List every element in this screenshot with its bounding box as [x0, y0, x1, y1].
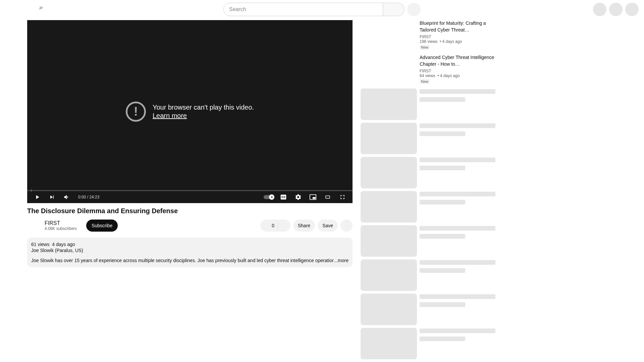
skeleton-lines	[420, 225, 495, 257]
search-box	[223, 3, 405, 16]
fullscreen-button[interactable]	[336, 191, 348, 203]
related-age: 4 days ago	[436, 73, 460, 78]
related-skeleton	[361, 225, 495, 257]
learn-more-link[interactable]: Learn more	[153, 112, 254, 120]
skeleton-lines	[420, 328, 495, 359]
video-meta-row: FIRST 4.06K subscribers Subscribe 0 Shar…	[27, 219, 353, 232]
related-sidebar: Blueprint for Maturity: Crafting a Tailo…	[361, 20, 495, 362]
description-meta: 61 views 4 days ago	[31, 242, 348, 247]
skeleton-line	[420, 337, 465, 341]
volume-button[interactable]	[61, 191, 73, 203]
related-thumbnail[interactable]	[361, 54, 417, 86]
header-left: JP	[5, 9, 72, 10]
skeleton-line	[420, 131, 465, 136]
duration: 24:23	[89, 195, 99, 199]
related-skeleton	[361, 88, 495, 120]
play-button[interactable]	[31, 191, 43, 203]
video-player[interactable]: ! Your browser can't play this video. Le…	[27, 20, 353, 203]
related-title[interactable]: Blueprint for Maturity: Crafting a Tailo…	[420, 20, 495, 33]
account-avatar[interactable]	[625, 3, 639, 16]
skeleton-line	[420, 234, 465, 239]
skeleton-line	[420, 226, 495, 231]
skeleton-line	[420, 192, 495, 196]
show-more-button[interactable]: ...more	[334, 258, 348, 263]
theater-icon	[324, 194, 332, 200]
current-time: 0:00	[78, 195, 86, 199]
skeleton-lines	[420, 259, 495, 291]
video-actions: 0 Share Save	[260, 220, 353, 232]
like-dislike-button[interactable]: 0	[260, 220, 290, 232]
channel-avatar[interactable]	[27, 219, 41, 232]
skeleton-thumb	[361, 157, 417, 188]
new-badge: New	[420, 79, 430, 84]
gear-icon	[295, 194, 302, 200]
share-button[interactable]: Share	[293, 220, 315, 232]
theater-button[interactable]	[322, 191, 334, 203]
skeleton-line	[420, 260, 495, 265]
related-video-item[interactable]: Advanced Cyber Threat Intelligence Chapt…	[361, 54, 495, 86]
related-views: 196 views	[420, 39, 437, 44]
related-info: Advanced Cyber Threat Intelligence Chapt…	[420, 54, 495, 86]
related-age: 4 days ago	[439, 39, 462, 44]
save-label: Save	[322, 223, 333, 228]
related-thumbnail[interactable]	[361, 20, 417, 52]
description-body-row: Joe Slowik has over 15 years of experien…	[31, 258, 348, 263]
create-button[interactable]	[593, 3, 606, 16]
header-center	[201, 3, 443, 16]
related-skeleton	[361, 191, 495, 223]
share-label: Share	[298, 223, 310, 228]
header-right	[572, 3, 639, 16]
skeleton-line	[420, 294, 495, 299]
miniplayer-icon	[309, 193, 317, 201]
channel-info: FIRST 4.06K subscribers Subscribe	[27, 219, 118, 232]
content-area: ! Your browser can't play this video. Le…	[0, 19, 644, 362]
like-count: 0	[272, 223, 274, 228]
description-author: Joe Slowik (Paralus, US)	[31, 248, 348, 253]
more-actions-button[interactable]	[340, 220, 353, 232]
related-skeleton	[361, 259, 495, 291]
error-icon: !	[126, 102, 146, 122]
skeleton-lines	[420, 123, 495, 154]
related-info: Blueprint for Maturity: Crafting a Tailo…	[420, 20, 495, 52]
skeleton-line	[420, 302, 465, 307]
skeleton-line	[420, 89, 495, 94]
skeleton-thumb	[361, 123, 417, 154]
skeleton-lines	[420, 88, 495, 120]
miniplayer-button[interactable]	[307, 191, 319, 203]
country-code: JP	[39, 6, 43, 10]
skeleton-lines	[420, 294, 495, 325]
dislike-side	[280, 223, 285, 228]
notifications-button[interactable]	[609, 3, 623, 16]
related-channel[interactable]: FIRST	[420, 35, 495, 39]
upload-age: 4 days ago	[52, 242, 75, 247]
save-button[interactable]: Save	[318, 220, 338, 232]
related-skeleton	[361, 294, 495, 325]
page-header: JP	[0, 0, 644, 19]
skeleton-line	[420, 123, 495, 128]
settings-button[interactable]	[292, 191, 304, 203]
search-button[interactable]	[383, 3, 405, 16]
skeleton-thumb	[361, 88, 417, 120]
description-body: Joe Slowik has over 15 years of experien…	[31, 258, 334, 263]
play-icon	[34, 194, 41, 200]
exclamation-icon: !	[134, 105, 138, 119]
subscribe-button[interactable]: Subscribe	[86, 220, 118, 232]
search-input[interactable]	[223, 3, 383, 16]
autoplay-toggle[interactable]	[263, 191, 275, 203]
captions-button[interactable]	[277, 191, 289, 203]
related-video-item[interactable]: Blueprint for Maturity: Crafting a Tailo…	[361, 20, 495, 52]
toggle-track	[264, 195, 274, 199]
playback-error: ! Your browser can't play this video. Le…	[126, 102, 254, 122]
error-message: Your browser can't play this video.	[153, 104, 254, 111]
voice-search-button[interactable]	[407, 3, 421, 16]
related-title[interactable]: Advanced Cyber Threat Intelligence Chapt…	[420, 54, 495, 67]
next-button[interactable]	[46, 191, 58, 203]
fullscreen-icon	[339, 194, 346, 200]
skeleton-line	[420, 328, 495, 333]
skeleton-line	[420, 268, 465, 273]
channel-name[interactable]: FIRST	[45, 220, 77, 226]
skeleton-lines	[420, 157, 495, 188]
video-description[interactable]: 61 views 4 days ago Joe Slowik (Paralus,…	[27, 238, 353, 267]
related-channel[interactable]: FIRST	[420, 69, 495, 73]
skeleton-line	[420, 200, 465, 204]
